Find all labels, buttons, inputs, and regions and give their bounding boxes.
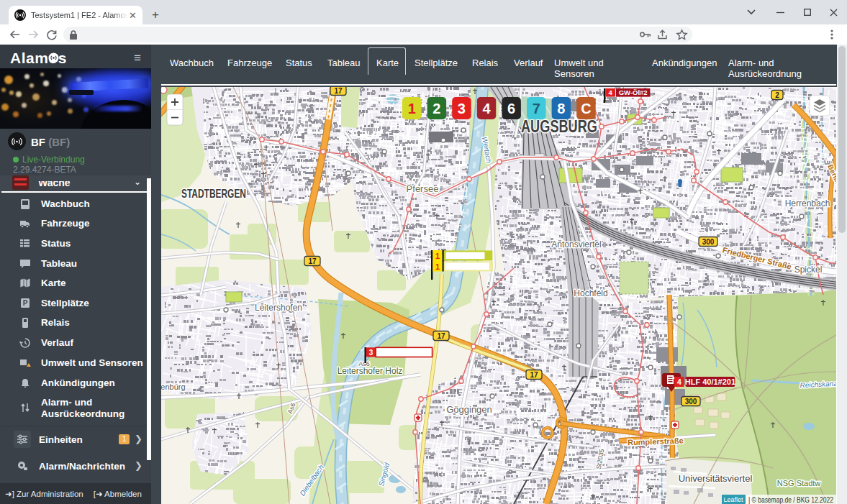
svg-text:HLF 40/1#201: HLF 40/1#201 <box>685 377 735 386</box>
svg-text:As6: As6 <box>358 360 370 367</box>
svg-text:Hochfeld: Hochfeld <box>574 288 607 298</box>
svg-text:C: C <box>581 101 591 116</box>
svg-text:Leitershofer Holz: Leitershofer Holz <box>338 366 403 376</box>
svg-text:Universitätsviertel: Universitätsviertel <box>679 473 753 484</box>
svg-text:P: P <box>23 299 28 307</box>
svg-text:1: 1 <box>435 252 440 260</box>
svg-text:8: 8 <box>557 101 565 116</box>
svg-text:| © basemap.de / BKG 12.2022: | © basemap.de / BKG 12.2022 <box>748 496 833 504</box>
svg-text:300: 300 <box>685 398 697 406</box>
svg-text:llenburg: llenburg <box>161 382 186 391</box>
svg-text:Antonsviertel: Antonsviertel <box>551 239 601 249</box>
svg-text:2: 2 <box>775 91 779 99</box>
svg-text:17: 17 <box>437 332 445 340</box>
svg-text:17: 17 <box>530 371 538 379</box>
svg-text:Herrenbach: Herrenbach <box>785 198 830 209</box>
svg-text:1: 1 <box>435 262 440 271</box>
svg-text:4: 4 <box>677 377 681 386</box>
svg-text:Pfersee: Pfersee <box>407 183 439 194</box>
svg-text:17: 17 <box>308 257 317 265</box>
svg-text:Spickel: Spickel <box>794 265 823 275</box>
svg-text:3: 3 <box>458 101 466 116</box>
svg-text:Leaflet: Leaflet <box>723 496 743 503</box>
svg-text:300: 300 <box>702 238 715 246</box>
svg-text:NSG Stadtw: NSG Stadtw <box>777 479 821 487</box>
svg-text:4: 4 <box>609 88 613 96</box>
svg-text:Göggingen: Göggingen <box>446 404 492 415</box>
svg-text:AUGSBURG: AUGSBURG <box>521 117 597 136</box>
svg-text:STADTBERGEN: STADTBERGEN <box>181 187 246 201</box>
svg-text:1: 1 <box>408 101 416 116</box>
svg-text:GW-Öl#2: GW-Öl#2 <box>619 88 648 96</box>
svg-text:6: 6 <box>507 101 515 116</box>
svg-text:7: 7 <box>533 101 540 116</box>
svg-text:17: 17 <box>334 87 343 95</box>
svg-text:2: 2 <box>432 101 440 116</box>
svg-text:Leitershofen: Leitershofen <box>255 303 302 313</box>
svg-text:4: 4 <box>482 101 491 116</box>
svg-text:3: 3 <box>369 349 373 357</box>
